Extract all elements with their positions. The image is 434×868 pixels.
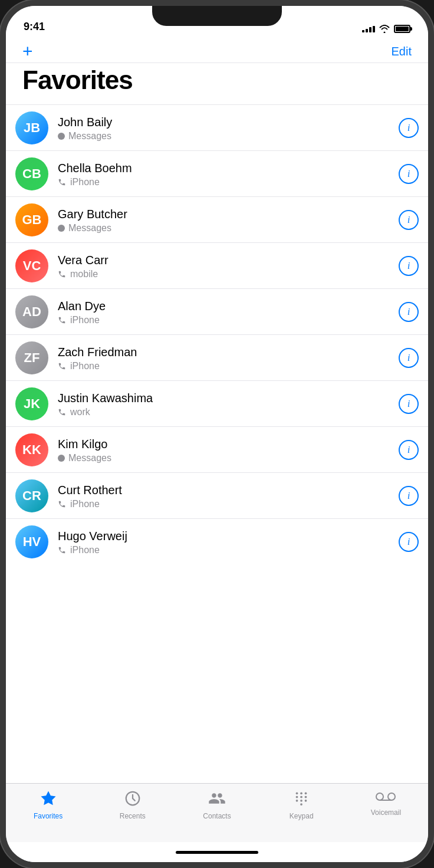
tab-label-contacts: Contacts	[203, 812, 231, 820]
svg-point-11	[376, 793, 383, 800]
contact-type-label-chella-boehm: iPhone	[70, 177, 100, 188]
contact-name-zach-friedman: Zach Friedman	[58, 344, 399, 360]
nav-bar: + Edit	[6, 38, 428, 63]
avatar-hugo-verweij: HV	[15, 525, 48, 558]
tab-keypad[interactable]: Keypad	[259, 790, 344, 820]
contact-name-kim-kilgo: Kim Kilgo	[58, 436, 399, 452]
keypad-icon	[292, 790, 310, 807]
contact-type-gary-butcher: Messages	[58, 223, 399, 234]
avatar-chella-boehm: CB	[15, 157, 48, 190]
contact-type-label-hugo-verweij: iPhone	[70, 545, 100, 555]
clock-icon	[124, 790, 142, 807]
info-button-hugo-verweij[interactable]: i	[399, 532, 419, 552]
tab-voicemail[interactable]: Voicemail	[344, 790, 428, 817]
avatar-vera-carr: VC	[15, 249, 48, 282]
contact-row-kim-kilgo[interactable]: KKKim Kilgo Messagesi	[6, 427, 428, 473]
contact-type-hugo-verweij: iPhone	[58, 545, 399, 555]
contact-type-label-kim-kilgo: Messages	[68, 453, 111, 463]
svg-point-3	[305, 792, 307, 794]
avatar-kim-kilgo: KK	[15, 433, 48, 466]
signal-bar-1	[362, 30, 364, 32]
svg-point-4	[296, 796, 298, 798]
phone-icon-chella-boehm	[58, 178, 66, 186]
info-button-alan-dye[interactable]: i	[399, 302, 419, 322]
svg-point-8	[300, 800, 303, 802]
contact-row-zach-friedman[interactable]: ZFZach Friedman iPhonei	[6, 335, 428, 381]
tab-recents[interactable]: Recents	[90, 790, 175, 820]
info-button-gary-butcher[interactable]: i	[399, 210, 419, 230]
contact-name-justin-kawashima: Justin Kawashima	[58, 390, 399, 406]
page-title: Favorites	[22, 65, 412, 95]
avatar-curt-rothert: CR	[15, 479, 48, 512]
contact-info-kim-kilgo: Kim Kilgo Messages	[58, 436, 399, 463]
contact-row-curt-rothert[interactable]: CRCurt Rothert iPhonei	[6, 473, 428, 519]
contact-info-curt-rothert: Curt Rothert iPhone	[58, 482, 399, 509]
page-title-bar: Favorites	[6, 63, 428, 105]
phone-frame: 9:41	[0, 0, 434, 868]
contact-row-chella-boehm[interactable]: CBChella Boehm iPhonei	[6, 151, 428, 197]
info-button-zach-friedman[interactable]: i	[399, 348, 419, 368]
contact-row-alan-dye[interactable]: ADAlan Dye iPhonei	[6, 289, 428, 335]
contact-name-vera-carr: Vera Carr	[58, 252, 399, 268]
contact-name-gary-butcher: Gary Butcher	[58, 206, 399, 222]
contact-type-chella-boehm: iPhone	[58, 177, 399, 188]
screen: 9:41	[6, 6, 428, 862]
contact-info-john-baily: John Baily Messages	[58, 114, 399, 142]
signal-bar-4	[373, 26, 375, 32]
tab-label-keypad: Keypad	[290, 812, 314, 820]
info-button-vera-carr[interactable]: i	[399, 256, 419, 276]
contact-type-vera-carr: mobile	[58, 269, 399, 280]
contact-type-justin-kawashima: work	[58, 407, 399, 417]
info-button-kim-kilgo[interactable]: i	[399, 440, 419, 460]
tab-contacts[interactable]: Contacts	[175, 790, 259, 820]
svg-point-9	[305, 800, 307, 802]
contact-row-hugo-verweij[interactable]: HVHugo Verweij iPhonei	[6, 519, 428, 565]
contact-row-john-baily[interactable]: JBJohn Baily Messagesi	[6, 105, 428, 151]
signal-bar-2	[366, 29, 368, 32]
contact-info-hugo-verweij: Hugo Verweij iPhone	[58, 528, 399, 555]
phone-icon-curt-rothert	[58, 500, 66, 508]
wifi-icon	[379, 25, 390, 33]
svg-point-10	[300, 803, 303, 805]
svg-point-7	[296, 800, 298, 802]
edit-button[interactable]: Edit	[392, 45, 412, 58]
avatar-gary-butcher: GB	[15, 203, 48, 236]
contact-name-hugo-verweij: Hugo Verweij	[58, 528, 399, 544]
svg-point-5	[300, 796, 303, 798]
contact-info-vera-carr: Vera Carr mobile	[58, 252, 399, 280]
contact-info-justin-kawashima: Justin Kawashima work	[58, 390, 399, 417]
contact-row-gary-butcher[interactable]: GBGary Butcher Messagesi	[6, 197, 428, 243]
info-button-justin-kawashima[interactable]: i	[399, 394, 419, 414]
contact-info-zach-friedman: Zach Friedman iPhone	[58, 344, 399, 371]
info-button-curt-rothert[interactable]: i	[399, 486, 419, 506]
svg-point-12	[388, 793, 395, 800]
battery-icon	[394, 25, 410, 33]
contact-row-vera-carr[interactable]: VCVera Carr mobilei	[6, 243, 428, 289]
contact-type-label-curt-rothert: iPhone	[70, 499, 100, 509]
contact-name-john-baily: John Baily	[58, 114, 399, 130]
contact-info-chella-boehm: Chella Boehm iPhone	[58, 160, 399, 188]
signal-bar-3	[369, 27, 371, 32]
contact-name-alan-dye: Alan Dye	[58, 298, 399, 314]
tab-label-voicemail: Voicemail	[371, 808, 401, 817]
info-button-john-baily[interactable]: i	[399, 118, 419, 138]
contact-type-john-baily: Messages	[58, 131, 399, 142]
contact-info-alan-dye: Alan Dye iPhone	[58, 298, 399, 326]
tab-bar: Favorites Recents Contacts Keypad	[6, 783, 428, 842]
contact-type-alan-dye: iPhone	[58, 315, 399, 326]
phone-icon-vera-carr	[58, 270, 66, 278]
contact-type-label-gary-butcher: Messages	[68, 223, 111, 234]
tab-label-favorites: Favorites	[34, 812, 63, 820]
tab-favorites[interactable]: Favorites	[6, 790, 90, 820]
phone-icon-alan-dye	[58, 316, 66, 324]
contact-type-label-john-baily: Messages	[68, 131, 111, 142]
contact-type-label-justin-kawashima: work	[70, 407, 90, 417]
contact-row-justin-kawashima[interactable]: JKJustin Kawashima worki	[6, 381, 428, 427]
home-bar	[176, 851, 258, 854]
message-dot-icon	[58, 133, 65, 140]
add-button[interactable]: +	[22, 42, 33, 60]
avatar-justin-kawashima: JK	[15, 387, 48, 420]
phone-icon-hugo-verweij	[58, 546, 66, 554]
favorites-list[interactable]: JBJohn Baily MessagesiCBChella Boehm iPh…	[6, 105, 428, 783]
info-button-chella-boehm[interactable]: i	[399, 164, 419, 184]
